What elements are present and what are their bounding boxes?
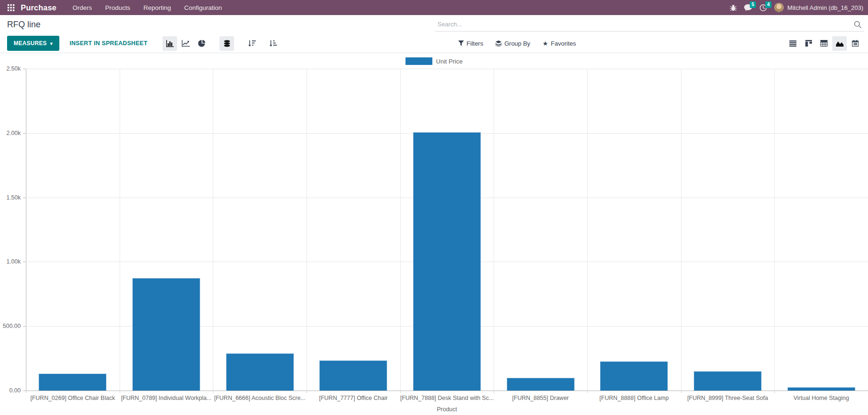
app-name[interactable]: Purchase bbox=[21, 3, 57, 12]
avatar bbox=[774, 3, 784, 12]
bar-chart-mode-button[interactable] bbox=[162, 36, 177, 51]
chart-bar[interactable] bbox=[413, 132, 481, 391]
main-menu: Orders Products Reporting Configuration bbox=[67, 1, 227, 14]
x-tick-mark bbox=[120, 391, 120, 393]
calendar-view-button[interactable] bbox=[848, 36, 862, 51]
x-axis-line bbox=[26, 391, 868, 391]
x-tick-label: [FURN_0269] Office Chair Black bbox=[26, 395, 120, 401]
menu-item-reporting[interactable]: Reporting bbox=[138, 1, 177, 14]
y-tick-label: 1.00k bbox=[0, 258, 21, 265]
y-tick-mark bbox=[23, 198, 26, 198]
x-tick-mark bbox=[494, 391, 494, 393]
graph-view: Unit Price 2.50k2.00k1.50k1.00k500.000.0… bbox=[0, 53, 868, 415]
chart-bar[interactable] bbox=[132, 278, 200, 391]
filter-funnel-icon bbox=[458, 40, 464, 46]
user-name: Mitchell Admin (db_16_203) bbox=[787, 4, 863, 11]
filters-label: Filters bbox=[467, 40, 483, 47]
pivot-table-icon bbox=[820, 40, 827, 47]
control-panel: MEASURES ▾ INSERT IN SPREADSHEET bbox=[0, 34, 868, 53]
calendar-icon bbox=[852, 40, 859, 47]
star-icon: ★ bbox=[543, 40, 548, 47]
line-chart-mode-button[interactable] bbox=[178, 36, 193, 51]
chart-bar[interactable] bbox=[507, 378, 575, 391]
chart-bar[interactable] bbox=[226, 353, 294, 391]
y-tick-mark bbox=[23, 133, 26, 134]
search-placeholder: Search... bbox=[438, 21, 462, 28]
group-by-label: Group By bbox=[504, 40, 530, 47]
v-gridline bbox=[681, 69, 681, 391]
pie-chart-mode-button[interactable] bbox=[195, 36, 209, 51]
pivot-view-button[interactable] bbox=[817, 36, 831, 51]
legend-swatch bbox=[406, 57, 432, 65]
legend-label: Unit Price bbox=[436, 58, 462, 65]
x-tick-mark bbox=[400, 391, 401, 393]
x-tick-label: Virtual Home Staging bbox=[774, 395, 868, 401]
menu-item-products[interactable]: Products bbox=[99, 1, 136, 14]
measures-button[interactable]: MEASURES ▾ bbox=[7, 36, 59, 51]
y-tick-label: 2.50k bbox=[0, 65, 21, 72]
y-tick-mark bbox=[23, 326, 26, 327]
y-tick-label: 500.00 bbox=[0, 323, 21, 329]
database-stack-icon bbox=[224, 40, 230, 47]
top-navbar: Purchase Orders Products Reporting Confi… bbox=[0, 0, 868, 15]
chart-bar[interactable] bbox=[787, 387, 855, 391]
messages-button[interactable]: 5 bbox=[744, 4, 752, 11]
y-tick-label: 2.00k bbox=[0, 130, 21, 136]
kanban-view-button[interactable] bbox=[801, 36, 816, 51]
v-gridline bbox=[494, 69, 494, 391]
chart-bar[interactable] bbox=[39, 374, 106, 391]
activities-button[interactable]: 4 bbox=[760, 4, 767, 11]
x-tick-mark bbox=[681, 391, 681, 393]
x-tick-mark bbox=[26, 391, 26, 393]
menu-item-orders[interactable]: Orders bbox=[67, 1, 97, 14]
v-gridline bbox=[774, 69, 775, 391]
activities-count-badge: 4 bbox=[765, 1, 772, 8]
caret-down-icon: ▾ bbox=[50, 41, 52, 46]
sort-asc-icon bbox=[269, 40, 277, 47]
measures-label: MEASURES bbox=[14, 40, 47, 47]
sort-ascending-button[interactable] bbox=[266, 36, 280, 51]
menu-item-configuration[interactable]: Configuration bbox=[178, 1, 227, 14]
x-tick-label: [FURN_7888] Desk Stand with Sc... bbox=[400, 395, 494, 401]
chart-bar[interactable] bbox=[319, 360, 387, 391]
x-tick-mark bbox=[774, 391, 775, 393]
list-view-button[interactable] bbox=[786, 36, 800, 51]
x-tick-label: [FURN_6666] Acoustic Bloc Scre... bbox=[213, 395, 307, 401]
x-tick-mark bbox=[587, 391, 588, 393]
y-tick-mark bbox=[23, 69, 26, 69]
search-input[interactable]: Search... bbox=[435, 17, 864, 32]
debug-bug-icon[interactable] bbox=[730, 4, 737, 11]
group-by-button[interactable]: Group By bbox=[490, 37, 535, 50]
chart-bar[interactable] bbox=[600, 361, 668, 391]
layers-icon bbox=[495, 40, 502, 47]
v-gridline bbox=[400, 69, 401, 391]
chart-bar[interactable] bbox=[694, 371, 762, 391]
apps-menu-icon[interactable] bbox=[5, 1, 17, 14]
kanban-icon bbox=[805, 40, 812, 47]
legend-unit-price[interactable]: Unit Price bbox=[0, 57, 868, 65]
page-title: RFQ line bbox=[7, 20, 41, 30]
stacked-toggle-button[interactable] bbox=[219, 36, 234, 51]
graph-view-button[interactable] bbox=[832, 36, 847, 51]
sort-desc-icon bbox=[248, 40, 256, 47]
filters-button[interactable]: Filters bbox=[453, 37, 488, 50]
x-axis-title: Product bbox=[26, 406, 868, 413]
y-tick-mark bbox=[23, 262, 26, 262]
favorites-label: Favorites bbox=[551, 40, 576, 47]
insert-in-spreadsheet-button[interactable]: INSERT IN SPREADSHEET bbox=[63, 40, 154, 47]
sort-descending-button[interactable] bbox=[244, 36, 259, 51]
h-gridline bbox=[26, 69, 868, 69]
list-icon bbox=[789, 40, 796, 47]
favorites-button[interactable]: ★ Favorites bbox=[537, 37, 581, 50]
x-tick-mark bbox=[307, 391, 307, 393]
line-chart-icon bbox=[182, 40, 190, 47]
v-gridline bbox=[587, 69, 588, 391]
x-tick-label: [FURN_8888] Office Lamp bbox=[587, 395, 681, 401]
search-icon[interactable] bbox=[854, 21, 861, 28]
v-gridline bbox=[307, 69, 307, 391]
user-menu[interactable]: Mitchell Admin (db_16_203) bbox=[774, 3, 863, 12]
v-gridline bbox=[120, 69, 120, 391]
y-tick-label: 1.50k bbox=[0, 194, 21, 201]
x-tick-mark bbox=[213, 391, 213, 393]
pie-chart-icon bbox=[198, 40, 205, 47]
